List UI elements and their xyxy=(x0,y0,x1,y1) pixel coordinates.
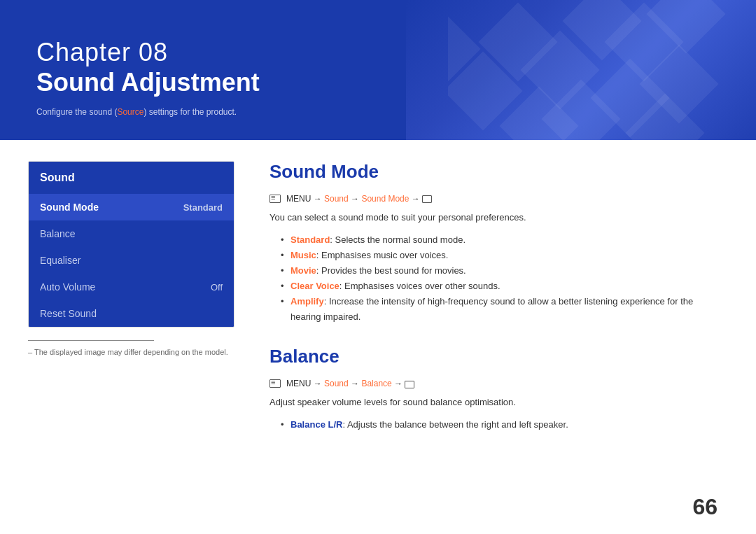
term-text: : Adjusts the balance between the right … xyxy=(342,419,568,430)
term-balance-lr: Balance L/R xyxy=(290,419,342,430)
menu-icon xyxy=(270,379,281,388)
term-movie: Movie xyxy=(290,265,316,276)
main-content: Sound Sound Mode Standard Balance Equali… xyxy=(0,140,756,534)
list-item: Clear Voice: Emphasises voices over othe… xyxy=(281,279,714,294)
subtitle-suffix: ) settings for the product. xyxy=(144,107,237,117)
term-clear-voice: Clear Voice xyxy=(290,281,340,291)
term-text: : Provides the best sound for movies. xyxy=(316,265,466,276)
sidebar-item-reset-sound[interactable]: Reset Sound xyxy=(29,300,234,327)
balance-bullets: Balance L/R: Adjusts the balance between… xyxy=(270,417,714,433)
term-text: : Emphasises voices over other sounds. xyxy=(340,281,500,291)
sidebar-item-label: Balance xyxy=(40,228,76,239)
balance-section: Balance MENU → Sound → Balance → Adjust … xyxy=(270,346,714,433)
list-item: Balance L/R: Adjusts the balance between… xyxy=(281,417,714,433)
sound-mode-description: You can select a sound mode to suit your… xyxy=(270,211,714,225)
menu-path-text: MENU → Sound → Balance → xyxy=(286,379,414,388)
subtitle-prefix: Configure the sound ( xyxy=(36,107,117,117)
sidebar-item-balance[interactable]: Balance xyxy=(29,220,234,247)
list-item: Movie: Provides the best sound for movie… xyxy=(281,263,714,279)
sidebar-item-sound-mode[interactable]: Sound Mode Standard xyxy=(29,194,234,220)
sidebar-header: Sound xyxy=(29,162,234,194)
sidebar-note: – The displayed image may differ dependi… xyxy=(28,348,234,356)
sidebar-item-label: Auto Volume xyxy=(40,281,95,293)
sidebar-item-label: Equaliser xyxy=(40,255,80,266)
sidebar-item-value: Standard xyxy=(183,202,223,213)
decorative-diamonds xyxy=(448,0,728,140)
sidebar-menu: Sound Sound Mode Standard Balance Equali… xyxy=(28,161,234,328)
balance-menu-path: MENU → Sound → Balance → xyxy=(270,379,714,388)
menu-icon xyxy=(270,195,281,203)
right-content: Sound Mode MENU → Sound → Sound Mode → Y… xyxy=(241,161,756,534)
sound-mode-menu-path: MENU → Sound → Sound Mode → xyxy=(270,194,714,204)
sidebar-item-equaliser[interactable]: Equaliser xyxy=(29,247,234,274)
sidebar-divider xyxy=(28,340,154,341)
header-banner: Chapter 08 Sound Adjustment Configure th… xyxy=(0,0,756,140)
page-number: 66 xyxy=(692,494,718,520)
balance-description: Adjust speaker volume levels for sound b… xyxy=(270,395,714,410)
sidebar-item-label: Reset Sound xyxy=(40,308,97,319)
balance-title: Balance xyxy=(270,346,714,367)
menu-path-text: MENU → Sound → Sound Mode → xyxy=(286,194,432,204)
list-item: Amplify: Increase the intensity of high-… xyxy=(281,294,714,325)
list-item: Music: Emphasises music over voices. xyxy=(281,248,714,263)
sidebar-item-auto-volume[interactable]: Auto Volume Off xyxy=(29,274,234,300)
term-text: : Selects the normal sound mode. xyxy=(330,234,465,245)
sound-mode-title: Sound Mode xyxy=(270,161,714,183)
term-amplify: Amplify xyxy=(290,296,324,307)
sidebar-item-value: Off xyxy=(211,282,223,293)
term-text: : Emphasises music over voices. xyxy=(316,250,449,260)
sound-mode-bullets: Standard: Selects the normal sound mode.… xyxy=(270,232,714,325)
term-standard: Standard xyxy=(290,234,330,245)
sidebar-item-label: Sound Mode xyxy=(40,202,99,213)
sidebar: Sound Sound Mode Standard Balance Equali… xyxy=(0,161,241,534)
list-item: Standard: Selects the normal sound mode. xyxy=(281,232,714,248)
subtitle-link: Source xyxy=(117,107,144,117)
term-text: : Increase the intensity of high-frequen… xyxy=(290,296,693,322)
term-music: Music xyxy=(290,250,316,260)
sound-mode-section: Sound Mode MENU → Sound → Sound Mode → Y… xyxy=(270,161,714,325)
